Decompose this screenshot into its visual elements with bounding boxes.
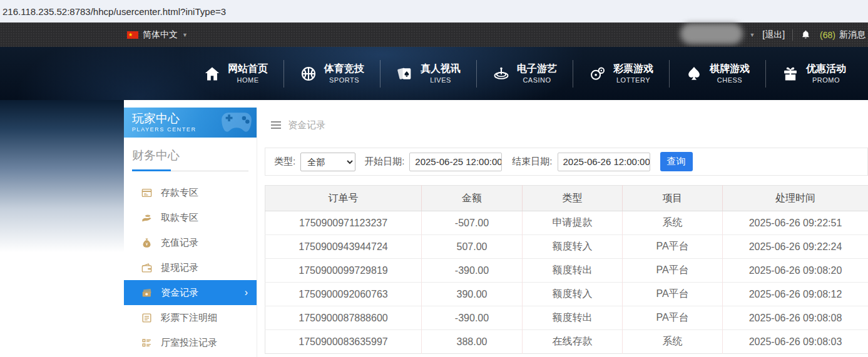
sidebar-item-取款专区[interactable]: 取款专区 › (124, 205, 257, 230)
table-cell: 申请提款 (523, 211, 623, 235)
table-cell: 1750900092060763 (265, 283, 422, 306)
user-name-redacted[interactable] (680, 23, 743, 44)
table-cell: 2025-06-26 09:08:03 (723, 330, 868, 354)
nav-item-lottery[interactable]: 彩票游戏 LOTTERY (573, 63, 669, 84)
end-date-input[interactable] (558, 153, 650, 171)
nav-label-en: SPORTS (329, 76, 359, 84)
menu-item-label: 彩票下注明细 (161, 312, 217, 324)
message-count: (68) (820, 30, 835, 40)
nav-label-zh: 真人视讯 (421, 63, 461, 76)
sidebar-header: 玩家中心 PLAYERS CENTER (124, 108, 257, 138)
nav-label-zh: 电子游艺 (517, 63, 557, 76)
column-header: 类型 (523, 186, 623, 211)
page-url: 216.118.235.52:8783/hhcp/usercenter.html… (3, 6, 226, 17)
bell-icon[interactable] (800, 29, 811, 41)
nav-item-promo[interactable]: 优惠活动 PROMO (766, 63, 862, 84)
nav-item-home[interactable]: 网站首页 HOME (188, 63, 283, 84)
column-header: 金额 (422, 186, 523, 211)
column-header: 订单号 (265, 186, 422, 211)
type-select[interactable]: 全部 (300, 153, 355, 171)
nav-label-zh: 彩票游戏 (613, 63, 653, 76)
column-header: 项目 (623, 186, 723, 211)
nav-label-zh: 网站首页 (228, 63, 268, 76)
wallet-icon (141, 262, 153, 274)
sidebar-item-资金记录[interactable]: 资金记录 › (124, 280, 257, 305)
table-cell: 额度转出 (523, 259, 623, 283)
divider (792, 29, 793, 41)
nav-label-zh: 优惠活动 (806, 63, 846, 76)
table-cell: 1750900087888600 (265, 306, 422, 330)
basketball-icon (300, 65, 317, 83)
section-title: 财务中心 (132, 148, 248, 164)
sidebar: 玩家中心 PLAYERS CENTER 财务中心 存款专区 › 取款专区 › 充… (124, 108, 257, 357)
cards-icon (396, 65, 414, 83)
table-cell: 507.00 (422, 235, 523, 259)
china-flag-icon: ★ (127, 31, 138, 39)
table-cell: 388.00 (422, 330, 523, 354)
nav-label-en: CHESS (717, 76, 742, 84)
sidebar-item-厅室投注记录[interactable]: 厅室投注记录 › (124, 330, 257, 355)
gamepad-icon (220, 110, 253, 135)
menu-item-label: 资金记录 (161, 287, 198, 299)
nav-label-zh: 棋牌游戏 (710, 63, 750, 76)
new-messages-link[interactable]: 新消息 (839, 29, 865, 41)
browser-url-bar[interactable]: 216.118.235.52:8783/hhcp/usercenter.html… (0, 0, 868, 23)
table-cell: 2025-06-26 09:08:20 (723, 259, 868, 283)
nav-label-zh: 体育竞技 (324, 63, 364, 76)
end-date-label: 结束日期: (512, 156, 552, 168)
document-icon (141, 312, 153, 324)
lottery-balls-icon (589, 65, 606, 83)
table-cell: PA平台 (623, 306, 723, 330)
table-cell: PA平台 (623, 259, 723, 283)
top-bar: ★ 简体中文 ▼ ▼ [退出] (68) 新消息 (0, 23, 868, 47)
table-cell: PA平台 (623, 283, 723, 306)
funds-table: 订单号金额类型项目处理时间 1750900971123237-507.00申请提… (265, 185, 868, 354)
funds-table-body: 1750900971123237-507.00申请提款系统2025-06-26 … (265, 211, 868, 354)
menu-item-label: 取款专区 (161, 212, 198, 224)
table-cell: -507.00 (422, 211, 523, 235)
banknotes-icon (141, 287, 153, 299)
nav-label-en: LIVES (430, 76, 451, 84)
nav-label-en: PROMO (812, 76, 840, 84)
menu-item-label: 提现记录 (161, 262, 198, 274)
main-nav: 网站首页 HOME 体育竞技 SPORTS 真人视讯 LIVES 电子游艺 CA… (0, 47, 868, 100)
table-cell: 2025-06-26 09:22:24 (723, 235, 868, 259)
breadcrumb: 资金记录 (265, 111, 868, 139)
top-bar-right: ▼ [退出] (68) 新消息 (680, 23, 865, 47)
table-row: 1750900083635997388.00在线存款系统2025-06-26 0… (265, 330, 868, 354)
nav-item-casino[interactable]: 电子游艺 CASINO (477, 63, 573, 84)
nav-item-chess[interactable]: 棋牌游戏 CHESS (670, 63, 765, 84)
sidebar-item-提现记录[interactable]: 提现记录 › (124, 255, 257, 280)
gift-icon (782, 65, 799, 83)
start-date-label: 开始日期: (364, 156, 404, 168)
table-cell: 系统 (623, 330, 723, 354)
breadcrumb-label: 资金记录 (288, 119, 325, 131)
type-label: 类型: (274, 156, 295, 168)
table-cell: 额度转入 (523, 235, 623, 259)
withdraw-hand-icon (141, 212, 153, 224)
table-cell: 系统 (623, 211, 723, 235)
sidebar-item-彩票下注明细[interactable]: 彩票下注明细 › (124, 305, 257, 330)
sidebar-item-存款专区[interactable]: 存款专区 › (124, 180, 257, 205)
menu-item-label: 厅室投注记录 (161, 337, 217, 349)
language-selector[interactable]: ★ 简体中文 ▼ (127, 23, 188, 47)
table-cell: -390.00 (422, 259, 523, 283)
table-cell: 1750900083635997 (265, 330, 422, 354)
table-cell: -390.00 (422, 306, 523, 330)
nav-item-lives[interactable]: 真人视讯 LIVES (380, 63, 476, 84)
table-cell: 1750900099729819 (265, 259, 422, 283)
table-cell: 额度转出 (523, 306, 623, 330)
user-chevron-down-icon[interactable]: ▼ (749, 32, 755, 38)
table-cell: 1750900971123237 (265, 211, 422, 235)
nav-label-en: CASINO (523, 76, 551, 84)
logout-link[interactable]: [退出] (762, 29, 785, 41)
start-date-input[interactable] (409, 153, 502, 171)
home-icon (203, 65, 221, 83)
column-header: 处理时间 (723, 186, 868, 211)
hamburger-icon[interactable] (271, 121, 281, 129)
search-button[interactable]: 查询 (660, 152, 693, 171)
sidebar-item-充值记录[interactable]: 充值记录 › (124, 230, 257, 255)
nav-item-sports[interactable]: 体育竞技 SPORTS (284, 63, 380, 84)
roulette-icon (493, 65, 510, 83)
nav-label-en: LOTTERY (616, 76, 650, 84)
